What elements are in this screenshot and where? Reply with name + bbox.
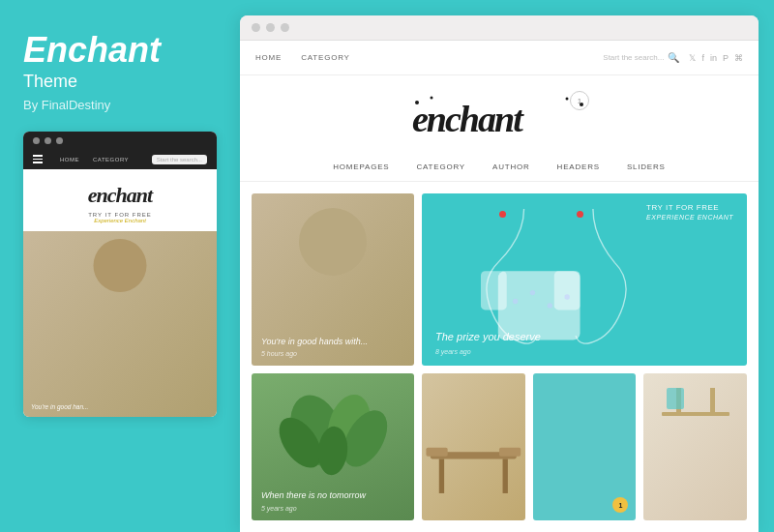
pinterest-icon: P: [723, 53, 729, 63]
sec-nav-homepages[interactable]: HOMEPAGES: [333, 163, 389, 171]
theme-search-text: Start the search...: [603, 53, 664, 62]
svg-point-11: [564, 294, 569, 299]
theme-nav-home[interactable]: HOME: [255, 53, 282, 62]
sec-nav-headers[interactable]: HEADERS: [557, 163, 600, 171]
browser-titlebar: [240, 15, 759, 41]
sec-nav-author[interactable]: AUTHOR: [492, 163, 530, 171]
theme-nav-category[interactable]: CATEGORY: [301, 53, 350, 62]
mini-logo: enchant: [88, 183, 152, 208]
sec-nav-category[interactable]: CATEGORY: [416, 163, 465, 171]
sidebar-author: By FinalDestiny: [23, 98, 217, 112]
card-teal-caption: The prize you deserve 8 years ago: [435, 330, 541, 356]
svg-rect-25: [667, 388, 684, 409]
svg-rect-24: [710, 388, 715, 412]
svg-rect-22: [662, 412, 729, 416]
svg-rect-7: [554, 271, 580, 310]
bottom-card-2: 1: [533, 373, 637, 520]
svg-rect-6: [481, 271, 507, 310]
mini-img-strip: You're in good han...: [23, 231, 217, 417]
card-teal-badge: TRY IT FOR FREEExperience Enchant: [646, 203, 733, 223]
dot-2: [45, 137, 51, 144]
shelf-svg: [657, 383, 734, 441]
theme-grid: You're in good hands with... 5 hours ago: [240, 182, 759, 532]
card-food: You're in good hands with... 5 hours ago: [252, 193, 414, 366]
logo-svg: enchant: [402, 93, 596, 141]
theme-logo-area: enchant 1: [240, 75, 759, 155]
mini-nav-home: HOME: [60, 157, 79, 163]
svg-point-9: [530, 290, 535, 295]
sidebar-subtitle: Theme: [23, 72, 217, 92]
sidebar-title: Enchant: [23, 31, 217, 70]
card-teal-date: 8 years ago: [435, 347, 541, 357]
mini-nav-category: CATEGORY: [93, 157, 129, 163]
bottom-card-2-badge: 1: [612, 497, 628, 513]
card-plant-caption: When there is no tomorrow 5 years ago: [261, 490, 366, 513]
browser-dot-3: [281, 23, 289, 32]
card-plant-text: When there is no tomorrow: [261, 490, 366, 502]
card-plant: When there is no tomorrow 5 years ago: [252, 373, 414, 520]
mini-titlebar: [23, 132, 217, 150]
theme-preview: HOME CATEGORY Start the search... 🔍 𝕏 f …: [240, 41, 759, 532]
theme-search-area: Start the search... 🔍: [603, 52, 679, 63]
theme-logo: enchant: [402, 93, 596, 149]
rss-icon: ⌘: [734, 53, 743, 63]
card-food-text: You're in good hands with...: [261, 337, 368, 348]
search-icon[interactable]: 🔍: [668, 52, 679, 63]
mini-card-caption: You're in good han...: [31, 403, 88, 410]
plate-illustration: [299, 208, 367, 276]
browser-dot-2: [266, 23, 275, 32]
theme-logo-badge: 1: [570, 91, 589, 110]
main-content: HOME CATEGORY Start the search... 🔍 𝕏 f …: [240, 15, 759, 532]
mini-preview: HOME CATEGORY Start the search... enchan…: [23, 132, 217, 417]
mini-cta-sub: Experience Enchant: [94, 218, 146, 223]
svg-point-2: [431, 97, 433, 100]
bottom-card-3: [643, 373, 747, 520]
furniture-svg: [422, 418, 525, 520]
theme-social-icons: 𝕏 f in P ⌘: [689, 53, 743, 63]
svg-point-4: [566, 98, 569, 101]
card-plant-date: 5 years ago: [261, 504, 366, 513]
dot-1: [33, 137, 40, 144]
sidebar: Enchant Theme By FinalDestiny HOME CATEG…: [0, 0, 240, 532]
bottom-cards: 1: [422, 373, 747, 520]
svg-point-10: [548, 303, 552, 308]
card-food-caption: You're in good hands with... 5 hours ago: [261, 337, 368, 359]
svg-text:enchant: enchant: [412, 99, 524, 139]
mini-search: Start the search...: [152, 155, 207, 164]
linkedin-icon: in: [710, 53, 717, 63]
sec-nav-sliders[interactable]: SLIDERS: [627, 163, 666, 171]
dot-3: [56, 137, 63, 144]
mini-logo-area: enchant TRY IT FOR FREE Experience Encha…: [23, 169, 217, 231]
bottom-card-1: [422, 373, 525, 520]
card-food-date: 5 hours ago: [261, 349, 368, 358]
svg-rect-21: [499, 448, 521, 457]
svg-point-1: [415, 101, 419, 104]
twitter-icon: 𝕏: [689, 53, 696, 63]
svg-rect-19: [503, 458, 508, 493]
svg-rect-20: [426, 448, 447, 457]
svg-rect-18: [439, 458, 444, 493]
svg-point-8: [513, 299, 518, 304]
grid-row-1: You're in good hands with... 5 hours ago: [252, 193, 747, 366]
card-teal: TRY IT FOR FREEExperience Enchant The pr…: [422, 193, 747, 366]
mini-search-text: Start the search...: [157, 157, 202, 163]
mini-nav: HOME CATEGORY Start the search...: [23, 150, 217, 169]
browser-dot-1: [252, 23, 260, 32]
grid-row-2: When there is no tomorrow 5 years ago: [252, 373, 747, 520]
theme-sec-nav: HOMEPAGES CATEGORY AUTHOR HEADERS SLIDER…: [240, 155, 759, 182]
theme-nav: HOME CATEGORY Start the search... 🔍 𝕏 f …: [240, 41, 759, 75]
facebook-icon: f: [701, 53, 704, 63]
theme-nav-right: Start the search... 🔍 𝕏 f in P ⌘: [603, 52, 743, 63]
mini-hamburger-icon: [33, 155, 43, 163]
